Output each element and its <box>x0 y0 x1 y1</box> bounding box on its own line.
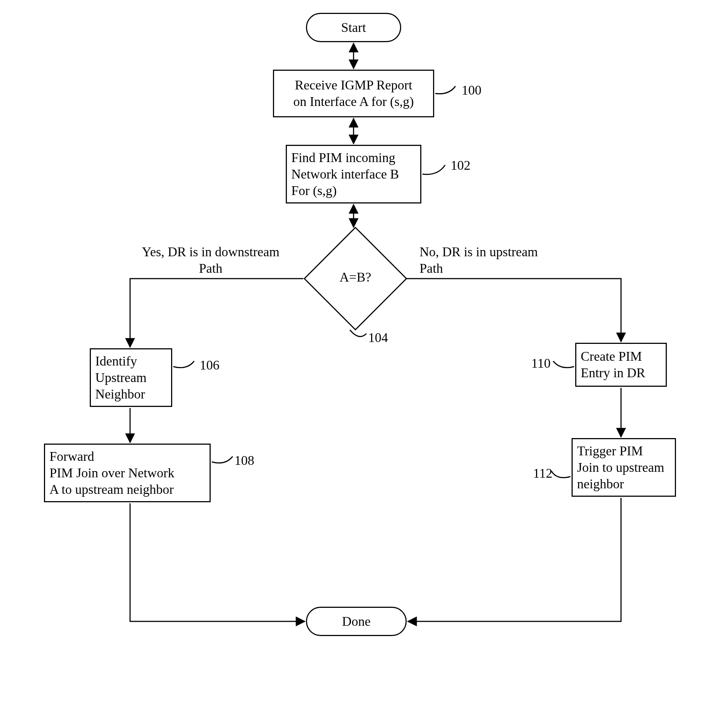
start-terminator: Start <box>306 13 401 42</box>
step-112-box: Trigger PIM Join to upstream neighbor <box>572 438 676 497</box>
step-106-box: Identify Upstream Neighbor <box>90 348 172 407</box>
step-102-box: Find PIM incoming Network interface B Fo… <box>286 145 421 204</box>
step-112-ref: 112 <box>533 466 552 481</box>
step-110-ref: 110 <box>531 355 551 371</box>
step-100-box: Receive IGMP Report on Interface A for (… <box>273 70 434 117</box>
step-100-ref: 100 <box>462 83 482 98</box>
step-108-box: Forward PIM Join over Network A to upstr… <box>44 444 211 502</box>
decision-yes-label: Yes, DR is in downstream Path <box>126 244 295 277</box>
decision-104-ref: 104 <box>368 330 388 345</box>
decision-no-label: No, DR is in upstream Path <box>419 244 574 277</box>
step-102-ref: 102 <box>451 158 470 173</box>
step-108-ref: 108 <box>234 453 254 468</box>
done-terminator: Done <box>306 607 407 636</box>
step-106-ref: 106 <box>200 357 219 373</box>
step-110-box: Create PIM Entry in DR <box>575 343 667 387</box>
decision-104-text: A=B? <box>335 270 376 285</box>
